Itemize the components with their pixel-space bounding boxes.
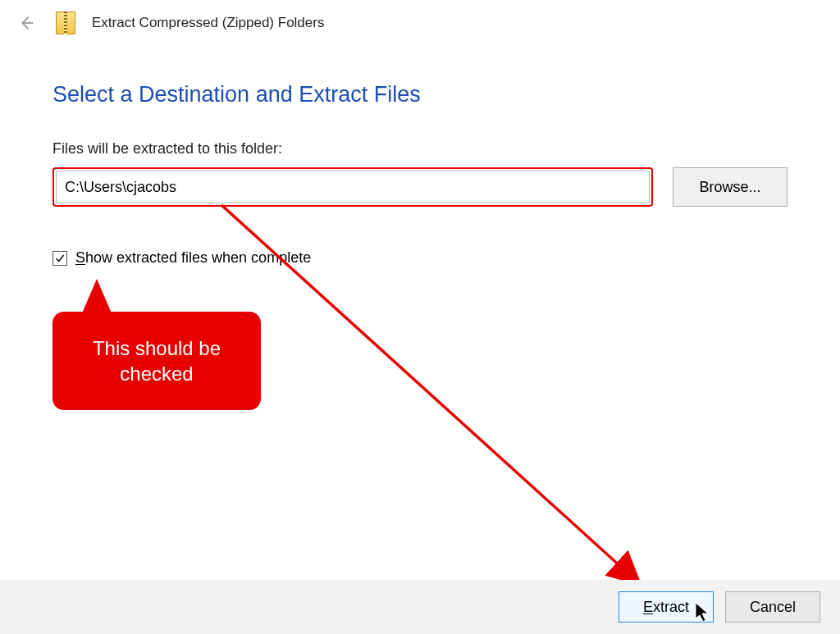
zip-folder-icon xyxy=(56,11,75,34)
window-title: Extract Compressed (Zipped) Folders xyxy=(92,15,324,31)
destination-path-input[interactable] xyxy=(56,171,650,203)
annotation-callout: This should be checked xyxy=(52,312,261,410)
annotation-callout-tail xyxy=(82,279,112,313)
show-extracted-label: Show extracted files when complete xyxy=(75,249,311,267)
extract-button[interactable]: Extract xyxy=(619,591,714,623)
show-extracted-checkbox[interactable] xyxy=(52,251,67,266)
cancel-button[interactable]: Cancel xyxy=(725,591,820,623)
folder-label: Files will be extracted to this folder: xyxy=(52,140,788,157)
back-arrow-icon xyxy=(16,13,36,33)
browse-button[interactable]: Browse... xyxy=(673,167,788,207)
page-heading: Select a Destination and Extract Files xyxy=(52,82,788,107)
path-highlight xyxy=(52,167,653,207)
